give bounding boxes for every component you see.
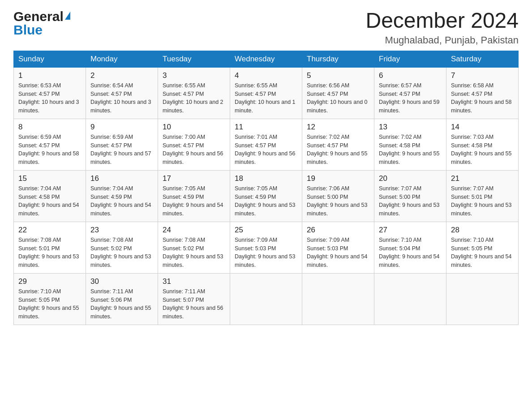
day-info: Sunrise: 6:57 AMSunset: 4:57 PMDaylight:… [379, 82, 440, 114]
day-number: 31 [163, 277, 225, 286]
calendar-cell: 5 Sunrise: 6:56 AMSunset: 4:57 PMDayligh… [302, 67, 374, 119]
calendar-cell: 21 Sunrise: 7:07 AMSunset: 5:01 PMDaylig… [446, 170, 519, 222]
day-info: Sunrise: 7:04 AMSunset: 4:59 PMDaylight:… [90, 185, 151, 217]
calendar-cell: 22 Sunrise: 7:08 AMSunset: 5:01 PMDaylig… [14, 222, 86, 273]
calendar-cell: 19 Sunrise: 7:06 AMSunset: 5:00 PMDaylig… [302, 170, 374, 222]
week-row-4: 22 Sunrise: 7:08 AMSunset: 5:01 PMDaylig… [14, 222, 519, 273]
calendar-cell [230, 273, 302, 325]
calendar-cell: 12 Sunrise: 7:02 AMSunset: 4:57 PMDaylig… [302, 119, 374, 170]
calendar-cell: 6 Sunrise: 6:57 AMSunset: 4:57 PMDayligh… [374, 67, 446, 119]
day-number: 11 [235, 123, 297, 132]
day-info: Sunrise: 7:08 AMSunset: 5:02 PMDaylight:… [90, 237, 151, 268]
day-number: 14 [451, 123, 514, 132]
week-row-3: 15 Sunrise: 7:04 AMSunset: 4:58 PMDaylig… [14, 170, 519, 222]
day-number: 20 [379, 174, 442, 183]
weekday-header-monday: Monday [86, 51, 158, 67]
week-row-2: 8 Sunrise: 6:59 AMSunset: 4:57 PMDayligh… [14, 119, 519, 170]
day-info: Sunrise: 6:56 AMSunset: 4:57 PMDaylight:… [307, 82, 368, 114]
calendar-cell: 2 Sunrise: 6:54 AMSunset: 4:57 PMDayligh… [86, 67, 158, 119]
day-info: Sunrise: 7:09 AMSunset: 5:03 PMDaylight:… [307, 237, 368, 268]
day-info: Sunrise: 6:54 AMSunset: 4:57 PMDaylight:… [90, 82, 151, 114]
day-number: 6 [379, 71, 442, 80]
day-info: Sunrise: 6:55 AMSunset: 4:57 PMDaylight:… [163, 82, 223, 114]
day-info: Sunrise: 6:59 AMSunset: 4:57 PMDaylight:… [18, 134, 79, 165]
calendar-cell [302, 273, 374, 325]
calendar-cell: 18 Sunrise: 7:05 AMSunset: 4:59 PMDaylig… [230, 170, 302, 222]
weekday-header-wednesday: Wednesday [230, 51, 302, 67]
calendar-cell: 10 Sunrise: 7:00 AMSunset: 4:57 PMDaylig… [158, 119, 230, 170]
location-title: Mughalabad, Punjab, Pakistan [365, 34, 519, 46]
logo: General Blue [13, 9, 70, 38]
day-number: 13 [379, 123, 442, 132]
day-info: Sunrise: 7:10 AMSunset: 5:04 PMDaylight:… [379, 237, 440, 268]
day-info: Sunrise: 7:05 AMSunset: 4:59 PMDaylight:… [163, 185, 223, 217]
weekday-header-saturday: Saturday [446, 51, 519, 67]
day-info: Sunrise: 6:59 AMSunset: 4:57 PMDaylight:… [90, 134, 151, 165]
day-info: Sunrise: 7:08 AMSunset: 5:01 PMDaylight:… [18, 237, 79, 268]
calendar-cell [374, 273, 446, 325]
calendar-cell: 26 Sunrise: 7:09 AMSunset: 5:03 PMDaylig… [302, 222, 374, 273]
month-title: December 2024 [365, 9, 519, 33]
day-number: 10 [163, 123, 225, 132]
calendar-cell: 30 Sunrise: 7:11 AMSunset: 5:06 PMDaylig… [86, 273, 158, 325]
calendar-cell: 11 Sunrise: 7:01 AMSunset: 4:57 PMDaylig… [230, 119, 302, 170]
calendar-cell: 29 Sunrise: 7:10 AMSunset: 5:05 PMDaylig… [14, 273, 86, 325]
calendar-cell: 28 Sunrise: 7:10 AMSunset: 5:05 PMDaylig… [446, 222, 519, 273]
calendar-cell: 31 Sunrise: 7:11 AMSunset: 5:07 PMDaylig… [158, 273, 230, 325]
day-info: Sunrise: 7:10 AMSunset: 5:05 PMDaylight:… [18, 288, 79, 320]
calendar-cell: 15 Sunrise: 7:04 AMSunset: 4:58 PMDaylig… [14, 170, 86, 222]
weekday-header-sunday: Sunday [14, 51, 86, 67]
day-info: Sunrise: 7:00 AMSunset: 4:57 PMDaylight:… [163, 134, 223, 165]
day-info: Sunrise: 6:55 AMSunset: 4:57 PMDaylight:… [235, 82, 296, 114]
day-info: Sunrise: 7:07 AMSunset: 5:00 PMDaylight:… [379, 185, 440, 217]
calendar-cell: 13 Sunrise: 7:02 AMSunset: 4:58 PMDaylig… [374, 119, 446, 170]
title-block: December 2024 Mughalabad, Punjab, Pakist… [365, 9, 519, 46]
day-info: Sunrise: 7:09 AMSunset: 5:03 PMDaylight:… [235, 237, 296, 268]
day-number: 30 [90, 277, 153, 286]
weekday-header-friday: Friday [374, 51, 446, 67]
day-number: 18 [235, 174, 297, 183]
weekday-header-row: SundayMondayTuesdayWednesdayThursdayFrid… [14, 51, 519, 67]
day-info: Sunrise: 7:07 AMSunset: 5:01 PMDaylight:… [451, 185, 512, 217]
weekday-header-thursday: Thursday [302, 51, 374, 67]
day-number: 22 [18, 226, 81, 235]
week-row-5: 29 Sunrise: 7:10 AMSunset: 5:05 PMDaylig… [14, 273, 519, 325]
day-number: 19 [307, 174, 369, 183]
calendar-cell: 1 Sunrise: 6:53 AMSunset: 4:57 PMDayligh… [14, 67, 86, 119]
day-info: Sunrise: 7:01 AMSunset: 4:57 PMDaylight:… [235, 134, 296, 165]
day-number: 21 [451, 174, 514, 183]
day-info: Sunrise: 7:02 AMSunset: 4:57 PMDaylight:… [307, 134, 368, 165]
calendar-cell: 9 Sunrise: 6:59 AMSunset: 4:57 PMDayligh… [86, 119, 158, 170]
day-number: 17 [163, 174, 225, 183]
day-info: Sunrise: 7:05 AMSunset: 4:59 PMDaylight:… [235, 185, 296, 217]
day-number: 8 [18, 123, 81, 132]
day-number: 1 [18, 71, 81, 80]
day-info: Sunrise: 7:11 AMSunset: 5:06 PMDaylight:… [90, 288, 151, 320]
day-number: 23 [90, 226, 153, 235]
calendar-cell: 14 Sunrise: 7:03 AMSunset: 4:58 PMDaylig… [446, 119, 519, 170]
calendar-cell [446, 273, 519, 325]
calendar-cell: 27 Sunrise: 7:10 AMSunset: 5:04 PMDaylig… [374, 222, 446, 273]
day-number: 2 [90, 71, 153, 80]
calendar-cell: 4 Sunrise: 6:55 AMSunset: 4:57 PMDayligh… [230, 67, 302, 119]
day-number: 29 [18, 277, 81, 286]
day-number: 24 [163, 226, 225, 235]
calendar-cell: 24 Sunrise: 7:08 AMSunset: 5:02 PMDaylig… [158, 222, 230, 273]
day-number: 16 [90, 174, 153, 183]
page-header: General Blue December 2024 Mughalabad, P… [13, 9, 519, 46]
day-number: 3 [163, 71, 225, 80]
calendar-cell: 8 Sunrise: 6:59 AMSunset: 4:57 PMDayligh… [14, 119, 86, 170]
day-info: Sunrise: 7:03 AMSunset: 4:58 PMDaylight:… [451, 134, 512, 165]
logo-blue-text: Blue [13, 22, 43, 38]
day-info: Sunrise: 7:02 AMSunset: 4:58 PMDaylight:… [379, 134, 440, 165]
day-number: 27 [379, 226, 442, 235]
day-number: 25 [235, 226, 297, 235]
calendar-cell: 23 Sunrise: 7:08 AMSunset: 5:02 PMDaylig… [86, 222, 158, 273]
week-row-1: 1 Sunrise: 6:53 AMSunset: 4:57 PMDayligh… [14, 67, 519, 119]
calendar-cell: 17 Sunrise: 7:05 AMSunset: 4:59 PMDaylig… [158, 170, 230, 222]
calendar-cell: 16 Sunrise: 7:04 AMSunset: 4:59 PMDaylig… [86, 170, 158, 222]
calendar-cell: 25 Sunrise: 7:09 AMSunset: 5:03 PMDaylig… [230, 222, 302, 273]
day-info: Sunrise: 7:06 AMSunset: 5:00 PMDaylight:… [307, 185, 368, 217]
logo-triangle-icon [65, 12, 70, 20]
day-number: 7 [451, 71, 514, 80]
